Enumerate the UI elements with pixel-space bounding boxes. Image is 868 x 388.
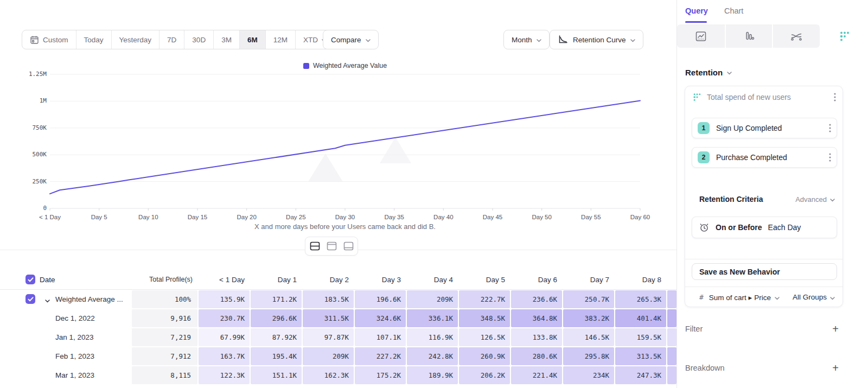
column-header-day[interactable]: Day 5 (459, 270, 510, 289)
step-number-badge: 1 (698, 122, 710, 134)
range-custom[interactable]: Custom (22, 30, 76, 49)
x-axis-caption: X and more days before your Users came b… (50, 222, 640, 231)
retention-report-screen: CustomTodayYesterday7D30D3M6M12MXTD Comp… (0, 0, 868, 388)
row-checkbox[interactable] (25, 294, 35, 304)
criteria-label: Retention Criteria (699, 195, 795, 203)
retention-value-cell: 133.8K (511, 328, 562, 346)
row-label[interactable]: Weighted Average ... (55, 290, 131, 308)
timing-unit[interactable]: Each Day (768, 223, 801, 232)
step-event-label[interactable]: Sign Up Completed (716, 124, 822, 132)
retention-value-cell-partial (667, 366, 676, 384)
chevron-down-icon (366, 36, 371, 44)
retention-value-cell: 234K (563, 366, 614, 384)
kebab-menu-icon[interactable] (829, 124, 831, 132)
column-header-day[interactable]: Day 3 (355, 270, 406, 289)
filter-section[interactable]: Filter + (685, 323, 839, 334)
report-tab-retention-icon[interactable] (821, 24, 868, 48)
chevron-down-icon (630, 36, 635, 44)
granularity-button[interactable]: Month (503, 30, 550, 49)
toggle-split-view[interactable] (307, 239, 322, 253)
retention-line-chart[interactable] (0, 57, 676, 236)
column-header-date[interactable]: Date (40, 270, 121, 289)
tab-query[interactable]: Query (685, 7, 708, 23)
tab-chart[interactable]: Chart (724, 7, 743, 23)
toggle-table-view[interactable] (341, 239, 356, 253)
y-tick-label: 1M (14, 97, 47, 104)
column-header-day[interactable]: < 1 Day (199, 270, 250, 289)
column-header-day[interactable]: Day 4 (407, 270, 458, 289)
step-card-1[interactable]: 1Sign Up Completed (692, 118, 837, 138)
x-tick-label: Day 10 (138, 214, 158, 220)
row-total: 100% (132, 290, 197, 308)
retention-value-cell: 209K (303, 347, 354, 365)
timing-operator[interactable]: On or Before (716, 223, 762, 232)
breakdown-section[interactable]: Breakdown + (685, 362, 839, 373)
retention-value-cell: 126.5K (459, 328, 510, 346)
criteria-mode-label: Advanced (795, 195, 827, 203)
retention-value-cell: 195.4K (251, 347, 302, 365)
step-event-label[interactable]: Purchase Completed (716, 153, 822, 162)
column-header-day[interactable]: Day 6 (511, 270, 562, 289)
row-label[interactable]: Feb 1, 2023 (55, 347, 131, 365)
report-tab-funnels-icon[interactable] (726, 24, 772, 48)
retention-value-cell: 295.8K (563, 347, 614, 365)
chart-type-button[interactable]: Retention Curve (550, 30, 643, 49)
breakdown-label: Breakdown (685, 364, 832, 372)
range-label: 3M (221, 36, 232, 44)
range-3m[interactable]: 3M (214, 30, 240, 49)
add-filter-icon[interactable]: + (832, 323, 839, 334)
timing-criteria-card[interactable]: On or Before Each Day (692, 217, 837, 238)
weighted-average-line (50, 100, 640, 194)
range-label: 7D (167, 36, 176, 44)
behavior-title[interactable]: Total spend of new users (707, 93, 828, 101)
y-tick-label: 250K (14, 178, 47, 185)
x-tick-label: Day 35 (384, 214, 404, 220)
report-tab-insights-icon[interactable] (677, 24, 725, 48)
criteria-mode-dropdown[interactable]: Advanced (795, 195, 835, 203)
y-tick-label: 500K (14, 151, 47, 158)
add-breakdown-icon[interactable]: + (832, 362, 839, 373)
row-label[interactable]: Jan 1, 2023 (55, 328, 131, 346)
x-tick-label: Day 25 (286, 214, 305, 220)
range-today[interactable]: Today (76, 30, 112, 49)
kebab-menu-icon[interactable] (829, 153, 831, 162)
retention-value-cell: 116.9K (407, 328, 458, 346)
column-header-day[interactable]: Day 8 (615, 270, 666, 289)
row-label[interactable]: Dec 1, 2022 (55, 309, 131, 327)
group-dropdown[interactable]: All Groups (793, 292, 835, 302)
y-tick-label: 750K (14, 124, 47, 131)
range-7d[interactable]: 7D (159, 30, 184, 49)
retention-value-cell: 196.6K (355, 290, 406, 308)
chevron-down-icon (830, 195, 835, 203)
date-range-selector: CustomTodayYesterday7D30D3M6M12MXTD (22, 30, 335, 49)
retention-value-cell: 260.9K (459, 347, 510, 365)
column-header-day[interactable]: Day 1 (251, 270, 302, 289)
toggle-chart-view[interactable] (324, 239, 339, 253)
retention-value-cell: 311.5K (303, 309, 354, 327)
column-header-day[interactable]: Day 2 (303, 270, 354, 289)
retention-value-cell: 183.5K (303, 290, 354, 308)
retention-value-cell-partial (667, 290, 676, 308)
x-tick-label: Day 30 (335, 214, 355, 220)
step-card-2[interactable]: 2Purchase Completed (692, 147, 837, 168)
compare-button[interactable]: Compare (323, 30, 379, 49)
retention-curve-icon (558, 35, 569, 44)
range-6m[interactable]: 6M (240, 30, 266, 49)
expand-chevron-icon[interactable] (45, 295, 50, 305)
measure-dropdown[interactable]: Sum of cart ▸ Price (709, 292, 787, 302)
range-30d[interactable]: 30D (184, 30, 214, 49)
select-all-checkbox[interactable] (25, 275, 35, 284)
section-header[interactable]: Retention (685, 67, 732, 77)
x-tick-label: Day 45 (483, 214, 502, 220)
step-number-badge: 2 (698, 151, 710, 163)
column-header-day[interactable]: Day 7 (563, 270, 614, 289)
kebab-menu-icon[interactable] (834, 93, 836, 101)
save-behavior-button[interactable]: Save as New Behavior (692, 263, 837, 280)
column-header-total[interactable]: Total Profile(s) (132, 270, 197, 289)
report-tab-flows-icon[interactable] (773, 24, 820, 48)
range-12m[interactable]: 12M (266, 30, 296, 49)
row-label[interactable]: Mar 1, 2023 (55, 366, 131, 384)
range-yesterday[interactable]: Yesterday (112, 30, 160, 49)
card-divider (685, 259, 843, 259)
measure-type-symbol[interactable]: # (699, 293, 704, 301)
